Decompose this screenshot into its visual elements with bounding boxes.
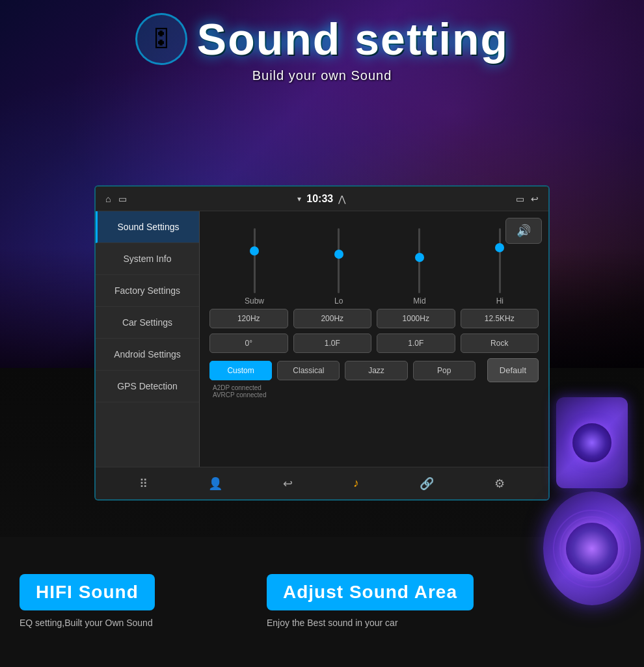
preset-btn-pop[interactable]: Pop	[413, 361, 476, 380]
page-title: Sound setting	[197, 14, 509, 64]
feature-hifi: HIFI Sound EQ setting,Built your Own Sou…	[20, 574, 247, 630]
header: 🎛 Sound setting Build your own Sound	[0, 13, 644, 83]
signal-icon: ⋀	[338, 194, 345, 204]
val-btn-1f-a[interactable]: 1.0F	[293, 334, 372, 353]
eq-label-subw: Subw	[245, 296, 264, 306]
eq-slider-lo: Lo	[334, 228, 343, 306]
eq-thumb-mid[interactable]	[415, 253, 424, 262]
freq-btn-1000hz[interactable]: 1000Hz	[377, 309, 455, 328]
speaker-top-unit	[556, 397, 628, 488]
default-button[interactable]: Default	[487, 358, 539, 382]
preset-btn-custom[interactable]: Custom	[209, 361, 272, 380]
eq-thumb-lo[interactable]	[334, 250, 343, 259]
toolbar-apps-icon[interactable]: ⠿	[139, 477, 148, 491]
eq-panel: 🔊 Subw Lo	[200, 211, 548, 467]
sidebar: Sound Settings System Info Factory Setti…	[96, 211, 200, 467]
freq-buttons-row: 120Hz 200Hz 1000Hz 12.5KHz	[209, 309, 539, 328]
sidebar-item-sound-settings[interactable]: Sound Settings	[96, 211, 199, 243]
back-icon[interactable]: ↩	[531, 194, 539, 204]
status-left-icons: ⌂ ▭	[105, 194, 127, 204]
toolbar-settings-icon[interactable]: ⚙	[494, 477, 505, 491]
preset-buttons-row: Custom Classical Jazz Pop	[209, 361, 476, 380]
status-right-icons: ▭ ↩	[516, 194, 539, 204]
speaker	[524, 397, 641, 605]
eq-label-mid: Mid	[413, 296, 425, 306]
status-center: ▾ 10:33 ⋀	[297, 193, 345, 205]
preset-btn-classical[interactable]: Classical	[277, 361, 340, 380]
val-btn-rock[interactable]: Rock	[461, 334, 539, 353]
freq-btn-12500hz[interactable]: 12.5KHz	[461, 309, 539, 328]
eq-track-mid[interactable]	[418, 228, 420, 293]
page-subtitle: Build your own Sound	[0, 68, 644, 83]
sidebar-item-car-settings[interactable]: Car Settings	[96, 307, 199, 339]
eq-slider-subw: Subw	[245, 228, 264, 306]
wifi-icon: ▾	[297, 194, 301, 203]
screen-container: ⌂ ▭ ▾ 10:33 ⋀ ▭ ↩ Sound Settings System …	[94, 185, 550, 501]
toolbar-music-icon[interactable]: ♪	[353, 477, 359, 490]
screen-toolbar: ⠿ 👤 ↩ ♪ 🔗 ⚙	[96, 467, 548, 499]
eq-toggle-button[interactable]: 🔊	[505, 218, 542, 244]
eq-label-hi: Hi	[496, 296, 503, 306]
sidebar-item-android-settings[interactable]: Android Settings	[96, 339, 199, 371]
eq-track-lo[interactable]	[338, 228, 340, 293]
preset-row: Custom Classical Jazz Pop Default	[209, 358, 539, 382]
value-buttons-row: 0° 1.0F 1.0F Rock	[209, 334, 539, 353]
preset-btn-jazz[interactable]: Jazz	[345, 361, 407, 380]
eq-thumb-subw[interactable]	[250, 246, 259, 255]
feature-adjust: Adjust Sound Area Enjoy the Best sound i…	[267, 574, 494, 630]
clock: 10:33	[306, 193, 333, 205]
eq-track-hi[interactable]	[499, 228, 501, 293]
screen-body: Sound Settings System Info Factory Setti…	[96, 211, 548, 467]
speaker-bottom-unit	[543, 491, 641, 605]
toolbar-link-icon[interactable]: 🔗	[420, 477, 434, 491]
adjust-badge: Adjust Sound Area	[267, 574, 474, 610]
freq-btn-200hz[interactable]: 200Hz	[293, 309, 372, 328]
eq-label-lo: Lo	[334, 296, 343, 306]
eq-toggle-icon: 🔊	[517, 224, 531, 237]
toolbar-phone-icon[interactable]: ↩	[283, 477, 293, 491]
sidebar-item-gps-detection[interactable]: GPS Detection	[96, 371, 199, 402]
val-btn-0[interactable]: 0°	[209, 334, 288, 353]
status-bar: ⌂ ▭ ▾ 10:33 ⋀ ▭ ↩	[96, 187, 548, 211]
home-icon[interactable]: ⌂	[105, 194, 111, 204]
sound-icon: 🎛	[135, 13, 187, 65]
eq-slider-mid: Mid	[413, 228, 425, 306]
sidebar-item-system-info[interactable]: System Info	[96, 243, 199, 275]
eq-thumb-hi[interactable]	[495, 243, 504, 252]
a2dp-status: A2DP connected	[213, 384, 535, 391]
avrcp-status: AVRCP connected	[213, 391, 535, 399]
eq-sliders: Subw Lo Mid	[209, 221, 539, 306]
hifi-badge: HIFI Sound	[20, 574, 155, 610]
freq-btn-120hz[interactable]: 120Hz	[209, 309, 288, 328]
hifi-description: EQ setting,Built your Own Sound	[20, 617, 247, 630]
connection-status: A2DP connected AVRCP connected	[209, 382, 539, 400]
square-icon[interactable]: ▭	[118, 194, 127, 204]
window-icon[interactable]: ▭	[516, 194, 524, 204]
eq-track-subw[interactable]	[254, 228, 256, 293]
sidebar-item-factory-settings[interactable]: Factory Settings	[96, 275, 199, 307]
val-btn-1f-b[interactable]: 1.0F	[377, 334, 455, 353]
eq-slider-hi: Hi	[496, 228, 503, 306]
toolbar-user-icon[interactable]: 👤	[208, 477, 222, 491]
adjust-description: Enjoy the Best sound in your car	[267, 617, 494, 630]
